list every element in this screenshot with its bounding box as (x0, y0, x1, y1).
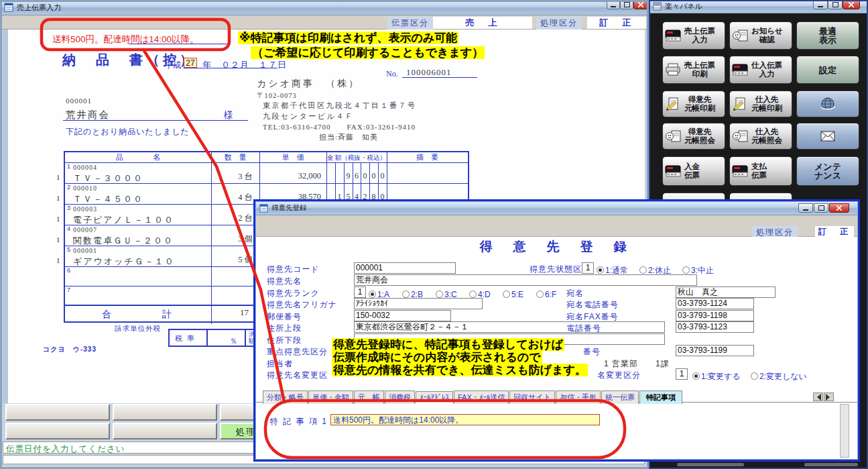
close-button[interactable] (829, 203, 849, 213)
radio-off-icon (436, 291, 443, 298)
amount-digit: 9 (344, 171, 353, 181)
panel-button-notice-check[interactable]: お知らせ確認 (729, 21, 792, 50)
minimize-button[interactable] (798, 203, 813, 213)
item-code: 000007 (73, 226, 97, 233)
maximize-button[interactable] (828, 0, 843, 9)
col-header-item: 品 名 (65, 152, 211, 162)
sales-window-titlebar[interactable]: 売上伝票入力 (0, 0, 649, 15)
function-button[interactable] (5, 404, 110, 421)
panel-button-customer-ledger-inquiry[interactable]: 得意先元帳照会 (662, 123, 725, 150)
radio-off-icon (402, 291, 410, 298)
minimize-button[interactable] (813, 0, 828, 9)
furigana-label: 得意先名フリガナ (267, 299, 337, 311)
customer-honorific: 様 (224, 109, 233, 121)
minimize-button[interactable] (607, 0, 620, 9)
amount-digit: 0 (369, 171, 378, 181)
tab-classification[interactable]: 分類・略号 (263, 390, 308, 404)
tab-consumption-tax[interactable]: 消費税 (385, 390, 415, 404)
atena-label: 宛名 (566, 288, 584, 299)
table-row[interactable]: 1 000004 ＴＶ－３０００ 3 台 32,000 9 6 0 0 0 (65, 162, 468, 183)
company-name: カシオ商事 （株） (257, 78, 360, 90)
row-margin-number: 1 (56, 194, 60, 202)
col-header-price: 単 価 (259, 152, 326, 162)
tab-collection-site[interactable]: 回収サイト (509, 390, 555, 404)
radio-label: 2:休止 (648, 266, 671, 275)
close-icon (638, 2, 643, 7)
tab-price-amount[interactable]: 単価・金額 (308, 390, 353, 404)
panel-button-maintenance[interactable]: メンテナンス (796, 156, 859, 186)
rank-radio[interactable]: 5:E (503, 288, 525, 300)
postal-field[interactable]: 150-0032 (354, 310, 451, 321)
tab-scroll-right[interactable] (824, 393, 834, 401)
function-button[interactable] (5, 423, 110, 439)
address-upper-field[interactable]: 東京都渋谷区鶯谷町２－４－１ (354, 321, 665, 333)
status-message: 伝票日付を入力してください (6, 444, 125, 455)
maximize-button[interactable] (814, 203, 828, 213)
atena-change-box[interactable]: 1 (676, 368, 688, 380)
tab-special-notes[interactable]: 特記事項 (639, 390, 682, 404)
minimize-icon (803, 206, 808, 211)
customer-status-box[interactable]: 1 (582, 262, 594, 274)
panel-button-sales-slip-entry[interactable]: 売上伝票入力 (662, 21, 725, 50)
atena-fax-field[interactable]: 03-3793-1198 (676, 310, 754, 321)
panel-button-supplier-ledger-inquiry[interactable]: 仕入先元帳照会 (729, 123, 792, 150)
tab-scroll-left[interactable] (813, 393, 823, 401)
panel-button-purchase-slip-entry[interactable]: 仕入伝票入力 (729, 56, 792, 84)
tel-field[interactable]: 03-3793-1123 (676, 321, 754, 333)
ledger-icon (665, 129, 682, 143)
customer-code: 000001 (66, 97, 92, 105)
col-header-note: 摘 要 (387, 152, 468, 162)
rank-radio[interactable]: 6:F (536, 288, 558, 300)
tab-fax-mail-send[interactable]: FAX・ﾒｰﾙ送信 (454, 390, 509, 404)
button-label: 仕入先 (751, 95, 782, 104)
customer-code-field[interactable]: 000001 (354, 262, 456, 274)
change-radio[interactable]: 2:変更しない (751, 370, 808, 382)
note-underline (129, 35, 231, 44)
panel-button-settings[interactable]: 設定 (796, 56, 859, 84)
row-line-number: 5 (67, 246, 70, 253)
panel-button-partial (804, 463, 858, 466)
panel-button-internet[interactable] (796, 91, 859, 117)
panel-button-sales-slip-print[interactable]: 売上伝票印刷 (662, 56, 725, 84)
customer-rank-box[interactable]: 1 (354, 286, 366, 298)
panel-title: 楽々パネル (665, 1, 702, 11)
panel-button-customer-ledger-print[interactable]: 得意先元帳印刷 (662, 91, 725, 117)
radio-on-icon (597, 266, 604, 274)
scrollbar[interactable] (840, 404, 849, 458)
panel-button-payment-slip[interactable]: 支払伝票 (729, 156, 792, 186)
panel-button-supplier-ledger-print[interactable]: 仕入先元帳印刷 (729, 91, 792, 117)
item-price: 32,000 (259, 171, 321, 181)
close-button[interactable] (843, 0, 860, 9)
radio-off-icon (751, 372, 758, 380)
total-qty: 17 (211, 307, 249, 318)
keyboard-icon (665, 164, 682, 178)
button-label: 得意先 (684, 95, 715, 104)
customer-name-field[interactable]: 荒井商会 (354, 274, 697, 286)
tab-mail-address[interactable]: ﾒｰﾙｱﾄﾞﾚｽ (416, 391, 453, 403)
total-label: 合 計 (65, 306, 211, 322)
tab-credit[interactable]: 与信・手形 (556, 390, 601, 404)
atena-field[interactable]: 秋山 真之 (676, 286, 776, 298)
document-pen-icon (665, 97, 682, 111)
maximize-button[interactable] (620, 0, 633, 9)
dialog-titlebar[interactable]: 得意先登録 (255, 201, 858, 215)
customer-underline (63, 109, 248, 121)
change-radio[interactable]: 1:変更する (692, 370, 742, 382)
special-note-field[interactable]: 送料500円。配達時間は14:00以降。 (330, 414, 600, 425)
close-button[interactable] (633, 0, 648, 9)
tab-unified-slip[interactable]: 統一伝票 (601, 390, 639, 404)
globe-icon (819, 97, 836, 111)
atena-tel-field[interactable]: 03-3793-1124 (676, 298, 754, 309)
greeting-text: 下記のとおり納品いたしました (66, 126, 190, 138)
function-button[interactable] (113, 404, 217, 421)
furigana-field[interactable]: ｱﾗｲｼｮｳｶｲ (354, 298, 483, 309)
app-icon (259, 204, 268, 213)
function-button[interactable] (113, 423, 217, 439)
fax-field[interactable]: 03-3793-1199 (676, 345, 754, 356)
button-label: お知らせ (751, 27, 783, 36)
panel-button-receipt-slip[interactable]: 入金伝票 (662, 156, 725, 186)
tab-ledger[interactable]: 元 帳 (354, 390, 384, 404)
radio-off-icon (536, 291, 544, 298)
panel-button-mail[interactable] (796, 123, 859, 150)
panel-button-optimal-display[interactable]: 最適表示 (796, 21, 859, 50)
